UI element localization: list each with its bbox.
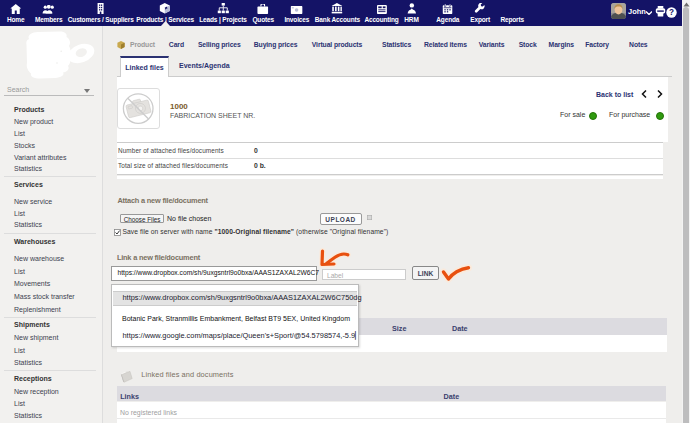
svg-text:?: ? bbox=[669, 8, 674, 17]
